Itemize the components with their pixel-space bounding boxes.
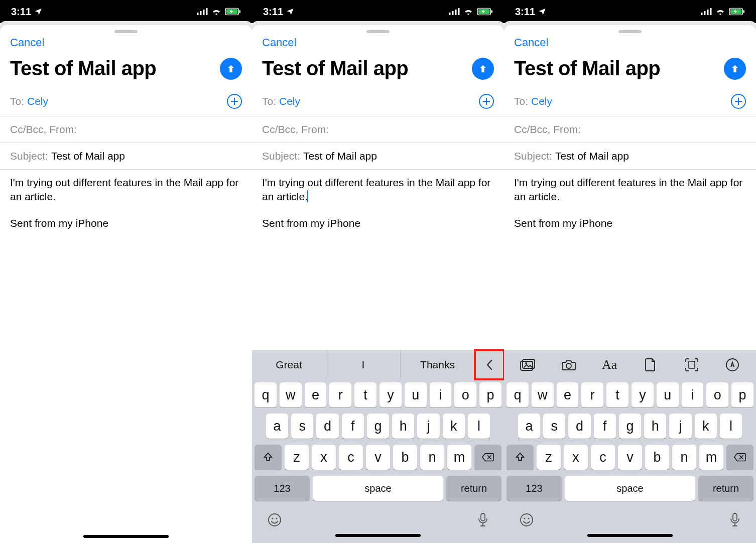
scan-document-button[interactable] [671, 358, 712, 372]
numbers-key[interactable]: 123 [507, 476, 562, 501]
home-indicator[interactable] [83, 535, 169, 538]
camera-button[interactable] [548, 359, 589, 371]
key-t[interactable]: t [354, 382, 376, 408]
expand-toolbar-button[interactable] [475, 350, 504, 379]
to-field[interactable]: To: Cely [252, 87, 504, 116]
return-key[interactable]: return [446, 476, 501, 501]
key-j[interactable]: j [417, 414, 439, 439]
key-j[interactable]: j [669, 414, 691, 439]
sheet-grabber[interactable] [114, 30, 138, 33]
key-l[interactable]: l [468, 414, 490, 439]
key-n[interactable]: n [672, 445, 696, 470]
key-v[interactable]: v [618, 445, 642, 470]
key-s[interactable]: s [543, 414, 565, 439]
space-key[interactable]: space [565, 476, 695, 501]
shift-key[interactable] [507, 445, 534, 470]
sheet-grabber[interactable] [366, 30, 390, 33]
numbers-key[interactable]: 123 [255, 476, 310, 501]
key-q[interactable]: q [507, 382, 529, 408]
key-k[interactable]: k [695, 414, 717, 439]
key-i[interactable]: i [430, 382, 452, 408]
to-recipient[interactable]: Cely [531, 95, 552, 107]
key-r[interactable]: r [329, 382, 351, 408]
key-x[interactable]: x [564, 445, 588, 470]
key-k[interactable]: k [443, 414, 465, 439]
to-field[interactable]: To: Cely [504, 87, 756, 116]
photo-library-button[interactable] [507, 359, 548, 371]
key-x[interactable]: x [312, 445, 336, 470]
to-recipient[interactable]: Cely [279, 95, 300, 107]
return-key[interactable]: return [698, 476, 753, 501]
key-g[interactable]: g [367, 414, 389, 439]
suggestion-1[interactable]: Great [252, 350, 326, 379]
key-o[interactable]: o [454, 382, 476, 408]
key-q[interactable]: q [255, 382, 277, 408]
key-b[interactable]: b [393, 445, 417, 470]
key-p[interactable]: p [731, 382, 753, 408]
send-button[interactable] [724, 58, 746, 80]
key-w[interactable]: w [532, 382, 554, 408]
cancel-button[interactable]: Cancel [262, 36, 296, 49]
key-c[interactable]: c [591, 445, 615, 470]
cc-bcc-from-field[interactable]: Cc/Bcc, From: [0, 116, 252, 143]
key-c[interactable]: c [339, 445, 363, 470]
key-g[interactable]: g [619, 414, 641, 439]
home-indicator[interactable] [335, 534, 421, 537]
key-y[interactable]: y [380, 382, 402, 408]
shift-key[interactable] [255, 445, 282, 470]
add-contact-button[interactable] [479, 94, 494, 109]
key-f[interactable]: f [342, 414, 364, 439]
key-a[interactable]: a [266, 414, 288, 439]
send-button[interactable] [220, 58, 242, 80]
key-n[interactable]: n [420, 445, 444, 470]
key-h[interactable]: h [644, 414, 666, 439]
compose-body[interactable]: I'm trying out different features in the… [504, 170, 756, 350]
cancel-button[interactable]: Cancel [10, 36, 44, 49]
key-e[interactable]: e [305, 382, 327, 408]
markup-button[interactable] [712, 358, 753, 372]
key-m[interactable]: m [447, 445, 471, 470]
suggestion-3[interactable]: Thanks [401, 350, 475, 379]
backspace-key[interactable] [474, 445, 501, 470]
text-format-button[interactable]: Aa [589, 357, 630, 372]
key-l[interactable]: l [720, 414, 742, 439]
cancel-button[interactable]: Cancel [514, 36, 548, 49]
subject-field[interactable]: Subject: Test of Mail app [252, 143, 504, 170]
add-contact-button[interactable] [227, 94, 242, 109]
add-contact-button[interactable] [731, 94, 746, 109]
key-p[interactable]: p [479, 382, 501, 408]
key-s[interactable]: s [291, 414, 313, 439]
key-y[interactable]: y [632, 382, 654, 408]
key-v[interactable]: v [366, 445, 390, 470]
sheet-grabber[interactable] [618, 30, 642, 33]
key-t[interactable]: t [606, 382, 628, 408]
backspace-key[interactable] [726, 445, 753, 470]
key-b[interactable]: b [645, 445, 669, 470]
home-indicator[interactable] [587, 534, 673, 537]
attach-document-button[interactable] [630, 358, 671, 372]
subject-field[interactable]: Subject: Test of Mail app [0, 143, 252, 170]
dictation-key[interactable] [729, 512, 741, 527]
dictation-key[interactable] [477, 512, 489, 527]
key-z[interactable]: z [285, 445, 309, 470]
key-o[interactable]: o [706, 382, 728, 408]
key-r[interactable]: r [581, 382, 603, 408]
cc-bcc-from-field[interactable]: Cc/Bcc, From: [252, 116, 504, 143]
emoji-key[interactable] [519, 512, 534, 527]
key-w[interactable]: w [280, 382, 302, 408]
to-field[interactable]: To: Cely [0, 87, 252, 116]
key-e[interactable]: e [557, 382, 579, 408]
key-d[interactable]: d [568, 414, 590, 439]
key-u[interactable]: u [405, 382, 427, 408]
key-u[interactable]: u [657, 382, 679, 408]
key-d[interactable]: d [316, 414, 338, 439]
key-h[interactable]: h [392, 414, 414, 439]
to-recipient[interactable]: Cely [27, 95, 48, 107]
send-button[interactable] [472, 58, 494, 80]
cc-bcc-from-field[interactable]: Cc/Bcc, From: [504, 116, 756, 143]
emoji-key[interactable] [267, 512, 282, 527]
compose-body[interactable]: I'm trying out different features in the… [0, 170, 252, 543]
key-m[interactable]: m [699, 445, 723, 470]
key-z[interactable]: z [537, 445, 561, 470]
suggestion-2[interactable]: I [326, 350, 401, 379]
